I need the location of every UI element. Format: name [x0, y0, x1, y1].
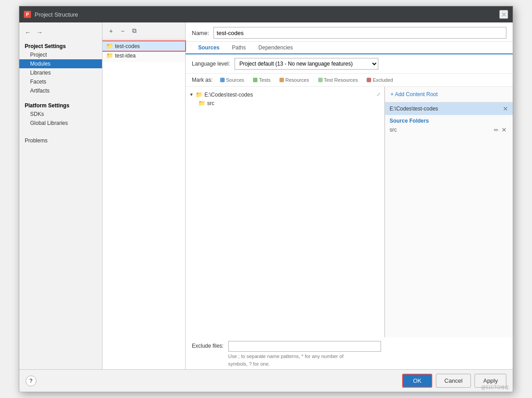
platform-settings-label: Platform Settings [19, 100, 102, 110]
excluded-dot [367, 78, 371, 82]
mark-sources-button[interactable]: Sources [217, 76, 247, 84]
forward-button[interactable]: → [35, 28, 44, 37]
remove-module-button[interactable]: − [118, 26, 128, 36]
module-tree: 📁 test-codes 📁 test-idea [102, 40, 185, 62]
name-label: Name: [192, 30, 209, 36]
excluded-tag-label: Excluded [372, 77, 393, 83]
module-item-label: test-codes [115, 43, 140, 49]
main-right: Name: Sources Paths Dependencies Languag… [186, 22, 513, 369]
add-content-root-button[interactable]: + Add Content Root [385, 87, 513, 102]
sidebar-item-libraries[interactable]: Libraries [19, 68, 102, 77]
project-structure-dialog: P Project Structure ✕ ← → Project Settin… [19, 6, 513, 392]
root-folder-path: E:\Codes\test-codes [204, 92, 253, 98]
sidebar-item-problems[interactable]: Problems [19, 134, 102, 145]
module-folder-icon: 📁 [106, 43, 113, 49]
edit-src-button[interactable]: ✏ [492, 127, 500, 133]
mark-resources-button[interactable]: Resources [276, 76, 312, 84]
source-folders-label: Source Folders [385, 115, 513, 125]
exclude-files-input[interactable] [228, 341, 381, 352]
tabs-row: Sources Paths Dependencies [186, 42, 513, 54]
close-button[interactable]: ✕ [499, 10, 508, 19]
app-icon: P [24, 11, 31, 18]
language-level-label: Language level: [192, 61, 230, 67]
tree-arrow: ▼ [189, 92, 194, 97]
dialog-title: Project Structure [35, 11, 496, 18]
name-row: Name: [186, 22, 513, 42]
root-close-button[interactable]: ✕ [503, 105, 508, 112]
module-folder-icon-2: 📁 [106, 52, 113, 59]
collapse-button[interactable]: ⤢ [377, 92, 381, 97]
sidebar-item-global-libraries[interactable]: Global Libraries [19, 119, 102, 128]
right-sidebar: + Add Content Root E:\Codes\test-codes ✕… [385, 87, 513, 337]
sidebar-item-artifacts[interactable]: Artifacts [19, 86, 102, 95]
name-input[interactable] [213, 27, 506, 39]
mark-as-label: Mark as: [192, 77, 213, 83]
mark-as-row: Mark as: Sources Tests Res [186, 74, 513, 87]
nav-arrows: ← → [19, 26, 102, 40]
mark-tests-button[interactable]: Tests [250, 76, 274, 84]
copy-module-button[interactable]: ⧉ [129, 26, 139, 36]
exclude-files-right: Use ; to separate name patterns, * for a… [228, 341, 381, 367]
src-row: src ✏ ✕ [385, 125, 513, 135]
content-split: ▼ 📁 E:\Codes\test-codes ⤢ 📁 src [186, 87, 513, 337]
tab-paths[interactable]: Paths [226, 42, 252, 54]
left-panel: ← → Project Settings Project Modules Lib… [19, 22, 102, 369]
language-level-row: Language level: Project default (13 - No… [186, 54, 513, 74]
root-folder-row: ▼ 📁 E:\Codes\test-codes ⤢ [186, 90, 384, 99]
module-item-test-codes[interactable]: 📁 test-codes [102, 41, 185, 51]
sidebar-item-sdks[interactable]: SDKs [19, 110, 102, 119]
content-area: ← → Project Settings Project Modules Lib… [19, 22, 513, 369]
resources-tag-label: Resources [285, 77, 309, 83]
src-folder-icon: 📁 [198, 100, 205, 106]
ok-button[interactable]: OK [402, 374, 432, 388]
sources-tag-label: Sources [226, 77, 244, 83]
src-folder-label: src [207, 100, 214, 106]
module-item-test-idea[interactable]: 📁 test-idea [102, 51, 185, 60]
test-resources-dot [318, 78, 323, 82]
tab-content-sources: Language level: Project default (13 - No… [186, 54, 513, 369]
delete-src-button[interactable]: ✕ [500, 126, 508, 133]
mark-excluded-button[interactable]: Excluded [364, 76, 396, 84]
add-root-label: + Add Content Root [390, 91, 438, 97]
watermark: @51CTO博客 [481, 385, 509, 391]
exclude-files-hint: Use ; to separate name patterns, * for a… [228, 353, 381, 367]
root-item: E:\Codes\test-codes ✕ [385, 102, 513, 115]
folder-tree: ▼ 📁 E:\Codes\test-codes ⤢ 📁 src [186, 87, 385, 337]
root-folder-icon: 📁 [195, 91, 203, 98]
sidebar-item-modules[interactable]: Modules [19, 59, 102, 68]
tab-sources[interactable]: Sources [192, 42, 226, 54]
language-level-select[interactable]: Project default (13 - No new language fe… [235, 58, 378, 70]
help-button[interactable]: ? [26, 376, 36, 386]
project-settings-label: Project Settings [19, 40, 102, 50]
right-panel: + − ⧉ 📁 test-codes 📁 test-idea [102, 22, 513, 369]
tab-dependencies[interactable]: Dependencies [252, 42, 299, 54]
cancel-button[interactable]: Cancel [436, 374, 471, 388]
exclude-files-row: Exclude files: Use ; to separate name pa… [186, 337, 513, 369]
add-module-button[interactable]: + [106, 26, 116, 36]
tests-dot [253, 78, 257, 82]
resources-dot [279, 78, 284, 82]
sources-dot [220, 78, 225, 82]
dialog-footer: ? OK Cancel Apply [19, 369, 513, 392]
src-folder-name: src [390, 127, 492, 133]
back-button[interactable]: ← [23, 28, 33, 37]
sidebar-item-project[interactable]: Project [19, 50, 102, 59]
test-resources-tag-label: Test Resources [324, 77, 358, 83]
src-folder-row: 📁 src [186, 99, 384, 107]
module-content: + − ⧉ 📁 test-codes 📁 test-idea [102, 22, 513, 369]
module-item-label-2: test-idea [115, 53, 136, 59]
root-item-path: E:\Codes\test-codes [390, 106, 438, 112]
module-toolbar: + − ⧉ [102, 22, 185, 40]
mark-test-resources-button[interactable]: Test Resources [315, 76, 361, 84]
sidebar-item-facets[interactable]: Facets [19, 77, 102, 86]
titlebar: P Project Structure ✕ [19, 6, 513, 22]
tests-tag-label: Tests [259, 77, 270, 83]
module-panel: + − ⧉ 📁 test-codes 📁 test-idea [102, 22, 186, 369]
exclude-files-label: Exclude files: [192, 341, 224, 349]
